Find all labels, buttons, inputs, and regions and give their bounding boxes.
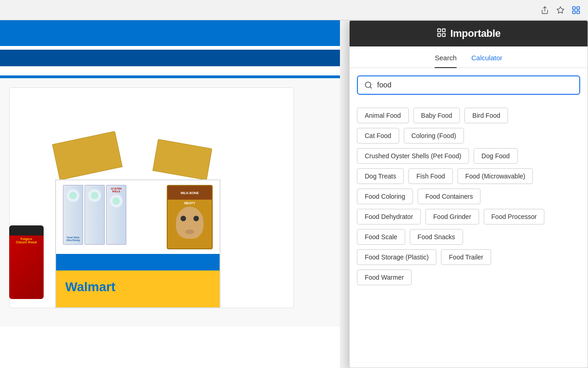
bookmark-icon[interactable] — [556, 6, 565, 15]
chip-crushed-oyster[interactable]: Crushed Oyster Shells (Pet Food) — [357, 148, 469, 164]
tab-calculator[interactable]: Calculator — [471, 54, 503, 68]
svg-rect-4 — [577, 11, 580, 13]
suggestion-row-7: Food Scale Food Snacks — [357, 229, 580, 245]
chip-food-coloring[interactable]: Food Coloring — [357, 189, 413, 204]
paper-towels: Great ValueUltra Strong 12 ULTRA ROLLS — [63, 185, 126, 245]
suggestions-container: Animal Food Baby Food Bird Food Cat Food… — [350, 102, 588, 365]
chip-dog-treats[interactable]: Dog Treats — [357, 168, 404, 184]
chip-food-processor[interactable]: Food Processor — [484, 209, 545, 224]
chip-bird-food[interactable]: Bird Food — [464, 108, 508, 123]
suggestion-row-9: Food Warmer — [357, 270, 580, 285]
svg-rect-3 — [577, 6, 580, 9]
background-page: FolgersClassic Roast Walmart+ — [0, 0, 340, 368]
importable-icon — [436, 28, 447, 40]
chip-animal-food[interactable]: Animal Food — [357, 108, 409, 123]
coffee-can: FolgersClassic Roast — [9, 225, 44, 299]
chip-coloring-food[interactable]: Coloring (Food) — [404, 128, 464, 144]
popup-header: Importable — [350, 21, 588, 46]
chip-food-warmer[interactable]: Food Warmer — [357, 270, 412, 285]
chip-food-scale[interactable]: Food Scale — [357, 229, 405, 245]
extension-popup: Importable Search Calculator Animal Food… — [349, 20, 588, 368]
chip-fish-food[interactable]: Fish Food — [408, 168, 452, 184]
chip-cat-food[interactable]: Cat Food — [357, 128, 399, 144]
chip-baby-food[interactable]: Baby Food — [413, 108, 460, 123]
walmart-header — [0, 20, 340, 46]
search-section — [350, 68, 588, 102]
search-box — [357, 75, 580, 95]
share-icon[interactable] — [540, 6, 549, 15]
chip-dog-food[interactable]: Dog Food — [474, 148, 517, 164]
chip-food-containers[interactable]: Food Containers — [418, 189, 481, 204]
suggestion-row-1: Animal Food Baby Food Bird Food — [357, 108, 580, 123]
svg-rect-9 — [438, 33, 441, 36]
svg-rect-2 — [573, 6, 576, 9]
suggestion-row-3: Crushed Oyster Shells (Pet Food) Dog Foo… — [357, 148, 580, 164]
browser-toolbar — [0, 0, 588, 20]
walmart-subheader — [0, 50, 340, 66]
tab-search[interactable]: Search — [435, 54, 457, 68]
suggestion-row-6: Food Dehydrator Food Grinder Food Proces… — [357, 209, 580, 224]
chip-food-dehydrator[interactable]: Food Dehydrator — [357, 209, 421, 224]
suggestion-row-5: Food Coloring Food Containers — [357, 189, 580, 204]
svg-rect-7 — [442, 29, 445, 31]
chip-food-trailer[interactable]: Food Trailer — [441, 249, 491, 265]
svg-marker-1 — [557, 6, 564, 13]
svg-line-11 — [370, 86, 371, 88]
suggestion-row-2: Cat Food Coloring (Food) — [357, 128, 580, 144]
chip-food-storage[interactable]: Food Storage (Plastic) — [357, 249, 436, 265]
milk-bone-box: MILK-BONE MEATY — [167, 185, 213, 249]
search-icon — [364, 81, 373, 89]
suggestion-row-8: Food Storage (Plastic) Food Trailer — [357, 249, 580, 265]
chip-food-snacks[interactable]: Food Snacks — [410, 229, 463, 245]
chip-food-grinder[interactable]: Food Grinder — [425, 209, 479, 224]
extensions-icon[interactable] — [571, 6, 581, 15]
search-input[interactable] — [377, 81, 573, 89]
app-title: Importable — [450, 28, 500, 40]
svg-rect-6 — [438, 29, 441, 31]
walmart-box: Walmart+ Great ValueUltra Strong 12 ULTR… — [55, 148, 220, 308]
svg-rect-5 — [573, 11, 576, 13]
chip-food-microwavable[interactable]: Food (Microwavable) — [458, 168, 533, 184]
popup-tabs: Search Calculator — [350, 46, 588, 68]
suggestion-row-4: Dog Treats Fish Food Food (Microwavable) — [357, 168, 580, 184]
svg-rect-8 — [442, 33, 445, 36]
